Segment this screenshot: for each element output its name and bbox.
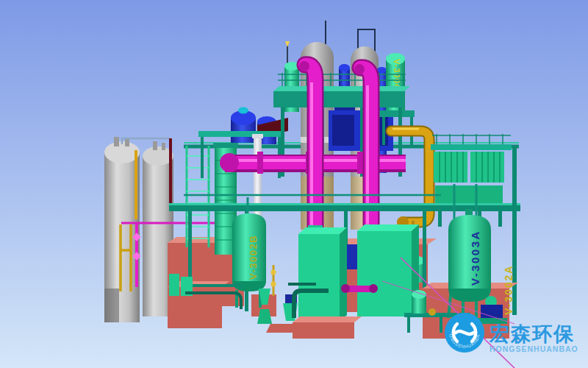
storage-tanks bbox=[104, 137, 173, 322]
brand-name-cn: 宏森环保 bbox=[489, 323, 575, 345]
plant-3d-render: V-3004 bbox=[0, 0, 588, 368]
vessel-v3003a-label: V-3003A bbox=[469, 230, 481, 286]
vessel-v3002a-label: V-3002A bbox=[503, 265, 514, 315]
model-viewport[interactable]: V-3004 bbox=[0, 0, 588, 368]
vessel-v3002b-label: V-3002B bbox=[248, 235, 259, 280]
brand-name-en: HONGSENHUANBAO bbox=[490, 344, 578, 353]
green-box-1 bbox=[298, 227, 347, 322]
green-box-2 bbox=[357, 224, 419, 316]
foundation-under-box1 bbox=[293, 316, 362, 339]
